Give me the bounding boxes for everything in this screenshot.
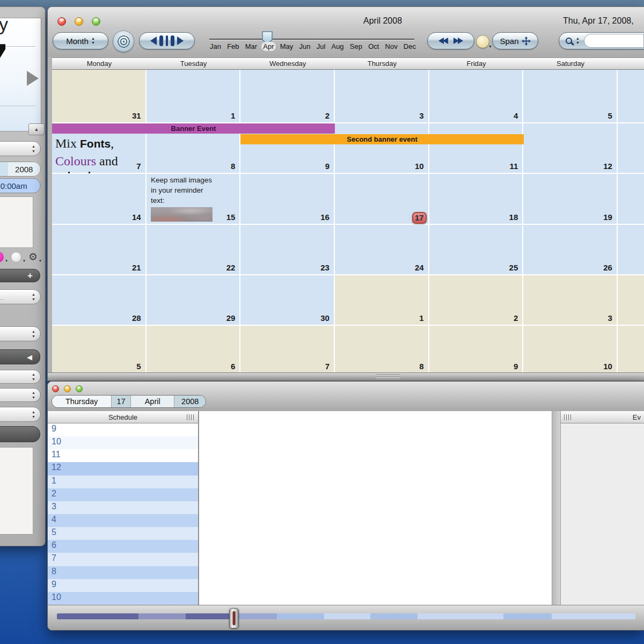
hour-row-4-1[interactable]: 1 — [48, 475, 198, 488]
day-cell-apr-14[interactable]: 14 — [52, 174, 147, 225]
day-cell-apr-11[interactable]: 11 — [429, 123, 524, 174]
day-cell-partial[interactable] — [618, 275, 644, 326]
day-cell-adj-9[interactable]: 9 — [429, 326, 524, 374]
palette-month-year[interactable]: pr 2008 — [0, 162, 41, 177]
month-slider-track[interactable] — [209, 39, 414, 40]
day-cell-apr-25[interactable]: 25 — [429, 225, 524, 275]
day-cell-apr-16[interactable]: 16 — [240, 174, 335, 225]
day-cell-apr-17[interactable]: 17 — [335, 174, 429, 225]
palette-time-field[interactable]: 10:00am — [0, 178, 41, 193]
hour-row-6-3[interactable]: 3 — [48, 501, 198, 514]
month-tick-oct[interactable]: Oct — [367, 42, 380, 51]
rewind-icon[interactable] — [443, 38, 448, 44]
hour-row-2-11[interactable]: 11 — [48, 449, 198, 462]
today-button[interactable] — [113, 31, 134, 52]
day-cell-adj-6[interactable]: 6 — [147, 326, 241, 374]
hour-row-9-6[interactable]: 6 — [48, 540, 198, 553]
day-cell-apr-2[interactable]: 2 — [240, 70, 335, 123]
day-cell-apr-22[interactable]: 22 — [147, 225, 241, 275]
day-cell-apr-12[interactable]: 12 — [523, 123, 618, 174]
hour-row-5-2[interactable]: 2 — [48, 488, 198, 501]
month-tick-feb[interactable]: Feb — [225, 42, 240, 51]
plus-icon[interactable]: + — [27, 270, 33, 281]
hour-row-10-7[interactable]: 7 — [48, 553, 198, 566]
minimize-button[interactable] — [75, 17, 83, 26]
white-circle-icon[interactable] — [11, 252, 21, 262]
day-cell-apr-19[interactable]: 19 — [523, 174, 618, 225]
month-tick-dec[interactable]: Dec — [402, 42, 418, 51]
month-tick-apr[interactable]: Apr — [261, 42, 275, 51]
month-tick-jun[interactable]: Jun — [298, 42, 312, 51]
month-tick-mar[interactable]: Mar — [244, 42, 259, 51]
next-icon[interactable] — [177, 36, 184, 45]
day-cell-adj-10[interactable]: 10 — [523, 326, 618, 374]
date-segment-thursday[interactable]: Thursday — [52, 396, 112, 407]
date-segment-17[interactable]: 17 — [112, 396, 131, 407]
month-segment[interactable]: pr — [0, 162, 8, 176]
day-cell-adj-8[interactable]: 8 — [335, 326, 429, 374]
hour-row-11-8[interactable]: 8 — [48, 566, 198, 579]
day-cell-adj-1[interactable]: 1 — [335, 275, 429, 326]
month-tick-aug[interactable]: Aug — [330, 42, 345, 51]
search-control[interactable]: ▲▼ — [559, 32, 644, 49]
zoom-button[interactable] — [92, 17, 100, 26]
column-grip-icon[interactable] — [187, 414, 194, 420]
color-dot-button[interactable] — [476, 35, 489, 48]
column-grip-icon[interactable] — [564, 414, 571, 420]
banner-event[interactable]: Banner Event — [52, 123, 335, 134]
palette-dropdown[interactable]: ▲▼ — [0, 326, 41, 341]
day-cell-partial[interactable] — [618, 70, 644, 123]
day-cell-apr-10[interactable]: 10 — [335, 123, 429, 174]
day-cell-adj-31[interactable]: 31 — [52, 70, 147, 123]
month-tick-nov[interactable]: Nov — [384, 42, 399, 51]
day-cell-partial[interactable] — [618, 326, 644, 374]
flower-icon[interactable] — [0, 252, 4, 262]
hour-row-12-9[interactable]: 9 — [48, 579, 198, 592]
gear-icon[interactable]: ⚙ — [28, 252, 38, 262]
day-cell-apr-23[interactable]: 23 — [240, 225, 335, 275]
date-segment-april[interactable]: April — [131, 396, 174, 407]
day-cell-apr-24[interactable]: 24 — [335, 225, 429, 275]
span-button[interactable]: Span — [492, 32, 538, 49]
search-input[interactable] — [584, 34, 644, 48]
schedule-panel-header[interactable]: Schedule — [48, 411, 198, 423]
palette-stepper[interactable]: ▲▼ — [0, 388, 41, 402]
month-tick-jul[interactable]: Jul — [315, 42, 327, 51]
hour-row-13-10[interactable]: 10 — [48, 592, 198, 605]
banner-event[interactable]: Second banner event — [240, 134, 524, 144]
day-cell-adj-3[interactable]: 3 — [523, 275, 618, 326]
event-note-mixed-fonts[interactable]: Mix Fonts, Colours and — [55, 135, 147, 174]
hour-row-0-9[interactable]: 9 — [48, 423, 198, 436]
events-panel-header[interactable]: Ev — [561, 411, 644, 423]
day-cell-apr-30[interactable]: 30 — [240, 275, 335, 326]
day-cell-apr-21[interactable]: 21 — [52, 225, 147, 275]
add-bar[interactable]: + — [0, 269, 40, 282]
day-cell-partial[interactable] — [618, 225, 644, 275]
day-cell-partial[interactable] — [618, 174, 644, 225]
day-cell-apr-28[interactable]: 28 — [52, 275, 147, 326]
prev-icon[interactable] — [150, 36, 157, 45]
day-cell-adj-7[interactable]: 7 — [240, 326, 335, 374]
hour-row-7-4[interactable]: 4 — [48, 514, 198, 527]
prev-next-control[interactable] — [139, 32, 195, 49]
play-arrow-icon[interactable] — [27, 71, 39, 86]
day-timeline-strip[interactable] — [57, 613, 640, 619]
day-cell-partial[interactable] — [618, 123, 644, 174]
day-cell-apr-1[interactable]: 1 — [147, 70, 241, 123]
day-cell-adj-2[interactable]: 2 — [429, 275, 524, 326]
palette-dropdown-ns[interactable]: ns... ▲▼ — [0, 289, 41, 304]
events-panel-body[interactable] — [561, 423, 644, 605]
month-tick-jan[interactable]: Jan — [208, 42, 223, 51]
palette-stepper[interactable]: ▲▼ — [0, 370, 41, 384]
timeline-slider-thumb[interactable] — [229, 608, 239, 628]
day-cell-apr-4[interactable]: 4 — [429, 70, 524, 123]
forward-icon[interactable] — [458, 38, 463, 44]
minimize-button[interactable] — [64, 385, 71, 392]
day-cell-apr-3[interactable]: 3 — [335, 70, 429, 123]
day-cell-apr-29[interactable]: 29 — [147, 275, 241, 326]
close-button[interactable] — [57, 17, 66, 26]
day-cell-apr-26[interactable]: 26 — [523, 225, 618, 275]
event-note-image[interactable]: Keep small images in your reminder text: — [151, 175, 241, 222]
hour-row-1-10[interactable]: 10 — [48, 436, 198, 449]
date-segment-control[interactable]: Thursday17April2008 — [52, 395, 206, 408]
